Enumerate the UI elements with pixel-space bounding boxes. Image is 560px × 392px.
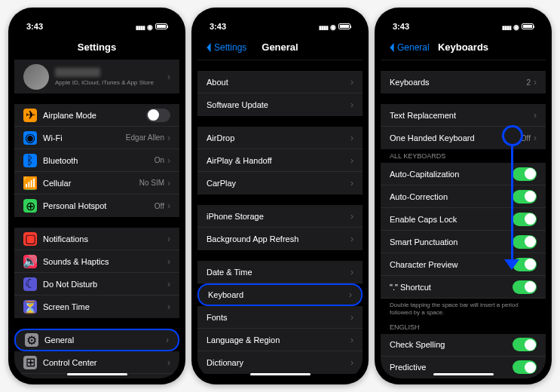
navbar: Settings General (197, 35, 363, 60)
back-button[interactable]: General (388, 42, 430, 53)
wifi-icon (513, 22, 519, 31)
chevron-right-icon: › (350, 312, 353, 323)
row-dictionary[interactable]: Dictionary› (197, 351, 363, 374)
row-general[interactable]: ⚙General› (14, 329, 179, 351)
row-keyboards[interactable]: Keyboards2› (381, 71, 546, 93)
row-storage[interactable]: iPhone Storage› (197, 205, 363, 228)
row-smart-punct[interactable]: Smart Punctuation (381, 231, 546, 253)
row-airplay[interactable]: AirPlay & Handoff› (197, 149, 363, 172)
row-sounds[interactable]: 🔊Sounds & Haptics› (14, 250, 179, 273)
row-airdrop[interactable]: AirDrop› (197, 127, 363, 149)
row-wifi[interactable]: ◉Wi-FiEdgar Allen› (14, 127, 179, 149)
row-date-time[interactable]: Date & Time› (197, 261, 363, 283)
row-background-refresh[interactable]: Background App Refresh› (197, 228, 363, 250)
bluetooth-icon: ᛒ (23, 154, 37, 167)
time: 3:43 (393, 22, 409, 31)
row-bluetooth[interactable]: ᛒBluetoothOn› (14, 149, 179, 172)
chevron-right-icon: › (167, 72, 170, 82)
profile-sub: Apple ID, iCloud, iTunes & App Store (55, 79, 167, 86)
row-text-replacement[interactable]: Text Replacement› (381, 104, 546, 127)
chevron-right-icon: › (350, 100, 353, 110)
home-indicator[interactable] (250, 373, 311, 375)
wifi-icon (147, 22, 153, 31)
control-icon: ⊞ (23, 356, 37, 369)
chevron-right-icon: › (349, 289, 352, 300)
signal-icon (136, 22, 145, 31)
battery-icon (338, 23, 350, 29)
chevron-right-icon: › (167, 178, 170, 188)
airplane-toggle[interactable] (146, 109, 170, 122)
navbar: General Keyboards (381, 35, 546, 60)
wifi-settings-icon: ◉ (23, 131, 37, 145)
row-spelling[interactable]: Check Spelling (381, 334, 546, 357)
capslock-toggle[interactable] (513, 213, 537, 226)
row-software-update[interactable]: Software Update› (197, 93, 363, 116)
page-title: General (262, 41, 298, 53)
autocap-toggle[interactable] (513, 167, 537, 181)
signal-icon (319, 22, 328, 31)
predictive-toggle[interactable] (513, 360, 537, 374)
wifi-icon (330, 22, 336, 31)
chevron-right-icon: › (167, 234, 170, 244)
chevron-right-icon: › (167, 256, 170, 267)
chevron-right-icon: › (350, 77, 353, 87)
row-language[interactable]: Language & Region› (197, 329, 363, 351)
profile-name (55, 68, 100, 77)
row-autocap[interactable]: Auto-Capitalization (381, 163, 546, 185)
row-screentime[interactable]: ⏳Screen Time› (14, 296, 179, 318)
row-cellular[interactable]: 📶CellularNo SIM› (14, 172, 179, 194)
dnd-icon: ☾ (23, 277, 37, 291)
chevron-right-icon: › (350, 178, 353, 188)
spelling-toggle[interactable] (513, 338, 537, 351)
chevron-right-icon: › (167, 133, 170, 143)
row-one-handed[interactable]: One Handed KeyboardOff› (381, 127, 546, 149)
page-title: Keyboards (438, 41, 488, 53)
chevron-right-icon: › (350, 211, 353, 222)
smart-toggle[interactable] (513, 235, 537, 249)
chevron-right-icon: › (350, 155, 353, 166)
row-char-preview[interactable]: Character Preview (381, 253, 546, 276)
row-capslock[interactable]: Enable Caps Lock (381, 208, 546, 231)
hotspot-icon: ⊕ (23, 199, 37, 213)
home-indicator[interactable] (67, 373, 127, 375)
chevron-right-icon: › (167, 201, 170, 211)
row-airplane[interactable]: ✈Airplane Mode (14, 104, 179, 127)
airplane-icon: ✈ (23, 109, 37, 122)
avatar (23, 64, 49, 90)
row-shortcut[interactable]: "." Shortcut (381, 276, 546, 299)
row-keyboard[interactable]: Keyboard› (197, 283, 363, 306)
navbar: Settings (14, 35, 179, 60)
screentime-icon: ⏳ (23, 300, 37, 314)
shortcut-toggle[interactable] (513, 280, 537, 294)
chevron-right-icon: › (167, 357, 170, 368)
profile-row[interactable]: Apple ID, iCloud, iTunes & App Store › (14, 60, 179, 93)
footer-shortcut: Double tapping the space bar will insert… (381, 299, 546, 320)
chevron-right-icon: › (350, 234, 353, 244)
chevron-right-icon: › (350, 357, 353, 368)
row-notifications[interactable]: ▢Notifications› (14, 228, 179, 250)
row-control-center[interactable]: ⊞Control Center› (14, 351, 179, 374)
page-title: Settings (78, 41, 116, 53)
cellular-icon: 📶 (23, 176, 37, 190)
row-fonts[interactable]: Fonts› (197, 306, 363, 329)
back-button[interactable]: Settings (205, 42, 246, 53)
chevron-right-icon: › (167, 302, 170, 312)
battery-icon (522, 23, 534, 29)
notifications-icon: ▢ (23, 232, 37, 246)
preview-toggle[interactable] (513, 258, 537, 271)
phone-settings: 3:43 Settings Apple ID, iCloud, iTunes &… (8, 8, 185, 384)
home-indicator[interactable] (433, 373, 494, 375)
row-about[interactable]: About› (197, 71, 363, 93)
chevron-right-icon: › (534, 133, 537, 143)
gear-icon: ⚙ (25, 333, 38, 347)
chevron-right-icon: › (166, 335, 169, 345)
row-dnd[interactable]: ☾Do Not Disturb› (14, 273, 179, 296)
sounds-icon: 🔊 (23, 255, 37, 268)
row-hotspot[interactable]: ⊕Personal HotspotOff› (14, 194, 179, 217)
autocorrect-toggle[interactable] (513, 190, 537, 204)
header-all-keyboards: ALL KEYBOARDS (381, 149, 546, 163)
row-carplay[interactable]: CarPlay› (197, 172, 363, 194)
chevron-right-icon: › (350, 267, 353, 277)
row-autocorrect[interactable]: Auto-Correction (381, 185, 546, 208)
phone-keyboards: 3:43 General Keyboards Keyboards2› Text … (375, 8, 552, 384)
